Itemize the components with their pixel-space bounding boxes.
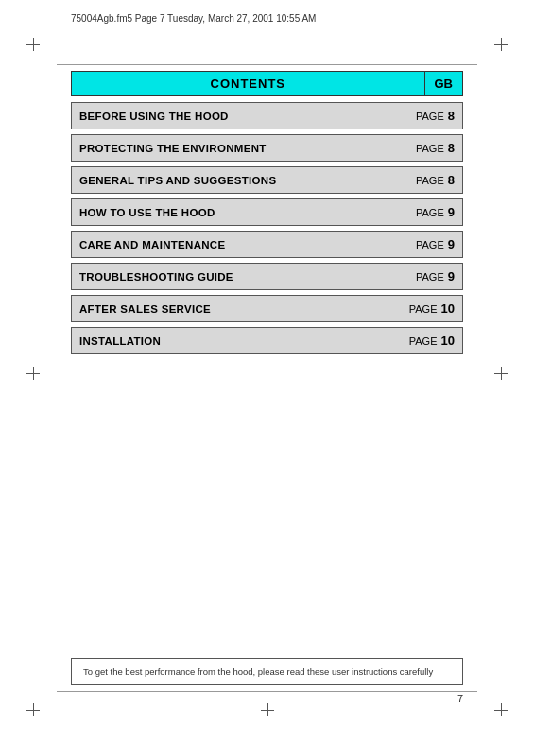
page-num: 8 [448, 109, 455, 123]
bottom-note: To get the best performance from the hoo… [71, 658, 463, 685]
toc-page: PAGE 9 [396, 264, 462, 289]
toc-page: PAGE 8 [396, 135, 462, 161]
toc-row: CARE AND MAINTENANCEPAGE 9 [71, 231, 463, 258]
page-num: 9 [448, 237, 455, 251]
page-num: 9 [448, 205, 455, 219]
toc-page: PAGE 10 [396, 328, 462, 353]
toc-label: BEFORE USING THE HOOD [72, 103, 396, 129]
toc-row: TROUBLESHOOTING GUIDEPAGE 9 [71, 263, 463, 290]
toc-page: PAGE 8 [396, 167, 462, 193]
contents-gb: GB [424, 71, 464, 96]
page-text: PAGE [409, 303, 438, 315]
page-text: PAGE [416, 175, 444, 186]
bottom-rule [57, 691, 477, 692]
page-num: 8 [448, 173, 455, 187]
toc-container: BEFORE USING THE HOODPAGE 8PROTECTING TH… [71, 102, 463, 354]
page-text: PAGE [416, 111, 444, 122]
crosshair-top-right [494, 38, 508, 51]
crosshair-top-left [26, 38, 40, 51]
toc-row: PROTECTING THE ENVIRONMENTPAGE 8 [71, 134, 463, 162]
crosshair-bottom-right [494, 703, 508, 716]
toc-page: PAGE 8 [396, 103, 462, 129]
page: 75004Agb.fm5 Page 7 Tuesday, March 27, 2… [0, 0, 534, 756]
toc-label: GENERAL TIPS AND SUGGESTIONS [72, 167, 396, 193]
page-num: 9 [448, 269, 455, 284]
toc-page: PAGE 9 [396, 232, 462, 257]
toc-label: AFTER SALES SERVICE [72, 296, 396, 321]
crosshair-mid-left [26, 367, 40, 380]
page-num: 8 [448, 141, 455, 155]
page-text: PAGE [416, 143, 444, 154]
toc-row: AFTER SALES SERVICEPAGE 10 [71, 295, 463, 322]
page-num: 10 [441, 334, 455, 348]
toc-label: HOW TO USE THE HOOD [72, 199, 396, 225]
toc-row: BEFORE USING THE HOODPAGE 8 [71, 102, 463, 129]
crosshair-bottom-center [261, 703, 274, 716]
toc-page: PAGE 10 [396, 296, 462, 321]
page-text: PAGE [409, 335, 438, 347]
toc-page: PAGE 9 [396, 199, 462, 225]
toc-label: TROUBLESHOOTING GUIDE [72, 264, 396, 289]
contents-header: CONTENTS GB [71, 71, 463, 96]
toc-label: CARE AND MAINTENANCE [72, 232, 396, 257]
page-text: PAGE [416, 239, 444, 250]
content-area: CONTENTS GB BEFORE USING THE HOODPAGE 8P… [71, 71, 463, 359]
page-text: PAGE [416, 207, 444, 218]
toc-row: GENERAL TIPS AND SUGGESTIONSPAGE 8 [71, 166, 463, 194]
page-num: 10 [441, 301, 455, 316]
page-number: 7 [457, 693, 463, 704]
toc-label: INSTALLATION [72, 328, 396, 353]
contents-title: CONTENTS [71, 71, 424, 96]
crosshair-mid-right [494, 367, 508, 380]
crosshair-bottom-left [26, 703, 40, 716]
toc-label: PROTECTING THE ENVIRONMENT [72, 135, 396, 161]
page-text: PAGE [416, 271, 444, 283]
top-rule [57, 64, 477, 65]
toc-row: HOW TO USE THE HOODPAGE 9 [71, 198, 463, 226]
file-info: 75004Agb.fm5 Page 7 Tuesday, March 27, 2… [71, 13, 316, 24]
toc-row: INSTALLATIONPAGE 10 [71, 327, 463, 354]
